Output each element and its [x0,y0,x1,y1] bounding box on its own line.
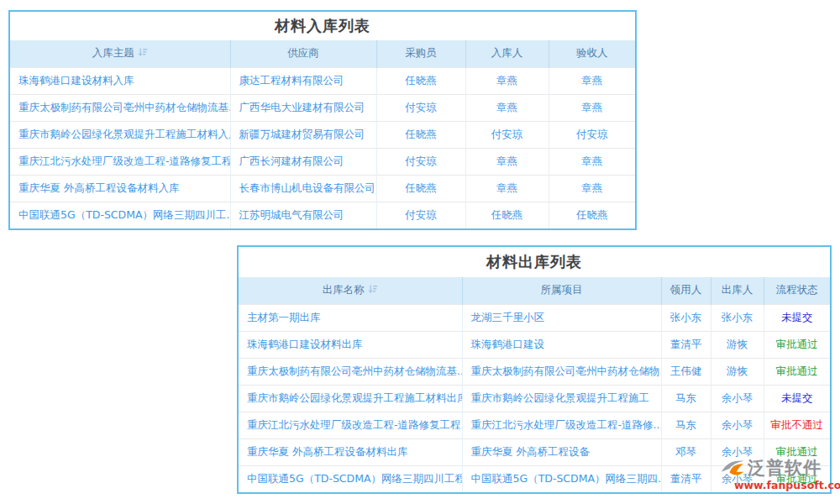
table-row: 珠海鹤港口建设材料出库 珠海鹤港口建设 董清平 游恢 审批通过 [239,331,830,358]
outbound-name-link[interactable]: 珠海鹤港口建设材料出库 [247,338,363,350]
column-header-label: 出库名称 [323,283,365,296]
inbound-list-panel: 材料入库列表 入库主题 供应商 采购员 入库人 验收人 珠海鹤港口建设材料入库 … [8,10,637,230]
inbound-header-row: 入库主题 供应商 采购员 入库人 验收人 [10,40,635,67]
purchaser-cell: 任晓燕 [376,121,465,148]
outbound-name-cell: 重庆江北污水处理厂级改造工程-道路修复工程... [239,412,462,438]
table-row: 中国联通5G（TD-SCDMA）网络三期四川工... 江苏明城电气有限公司 付安… [10,202,635,228]
receiver-cell: 章燕 [465,94,549,121]
project-cell: 重庆太极制药有限公司亳州中药材仓储物... [462,358,661,385]
recipient-cell: 董清平 [661,331,711,358]
outbound-name-link[interactable]: 主材第一期出库 [247,311,321,323]
outbound-name-cell: 中国联通5G（TD-SCDMA）网络三期四川工程... [239,465,462,492]
column-header-recipient: 领用人 [661,277,711,304]
purchaser-cell: 付安琼 [376,148,465,175]
issuer-cell: 张小东 [711,304,764,331]
inbound-subject-cell: 重庆太极制药有限公司亳州中药材仓储物流基... [10,94,230,121]
inspector-cell: 章燕 [549,94,635,121]
purchaser-cell: 任晓燕 [376,67,465,94]
inbound-subject-cell: 重庆华夏 外高桥工程设备材料入库 [10,175,230,202]
inbound-table-title: 材料入库列表 [10,12,635,40]
inbound-subject-link[interactable]: 珠海鹤港口建设材料入库 [18,74,134,87]
column-header-inspector: 验收人 [549,40,635,67]
status-badge: 审批通过 [764,358,830,385]
outbound-name-link[interactable]: 中国联通5G（TD-SCDMA）网络三期四川工程... [247,472,462,485]
outbound-header-row: 出库名称 所属项目 领用人 出库人 流程状态 [239,277,830,304]
table-row: 重庆华夏 外高桥工程设备材料入库 长春市博山机电设备有限公司 任晓燕 章燕 章燕 [10,175,635,202]
outbound-name-link[interactable]: 重庆太极制药有限公司亳州中药材仓储物流基... [247,365,462,377]
receiver-cell: 章燕 [465,148,549,175]
column-header-purchaser: 采购员 [376,40,465,67]
fanpusoft-watermark: 泛普软件 www.fanpusoft.com [721,457,838,491]
column-header-status: 流程状态 [764,277,830,304]
inbound-subject-cell: 重庆市鹅岭公园绿化景观提升工程施工材料入库 [10,121,230,148]
column-header-inbound-subject[interactable]: 入库主题 [10,40,230,67]
recipient-cell: 邓琴 [661,438,711,465]
supplier-cell: 广西华电大业建材有限公司 [230,94,376,121]
sort-icon[interactable] [138,47,148,57]
receiver-cell: 任晓燕 [465,202,549,228]
inbound-table-body: 珠海鹤港口建设材料入库 康达工程材料有限公司 任晓燕 章燕 章燕 重庆太极制药有… [10,67,635,228]
issuer-cell: 游恢 [711,331,764,358]
purchaser-cell: 任晓燕 [376,175,465,202]
inspector-cell: 章燕 [549,175,635,202]
outbound-name-link[interactable]: 重庆江北污水处理厂级改造工程-道路修复工程... [247,418,462,431]
project-cell: 重庆华夏 外高桥工程设备 [462,438,661,465]
watermark-brand-text: 泛普软件 [748,459,822,477]
table-row: 重庆太极制药有限公司亳州中药材仓储物流基... 重庆太极制药有限公司亳州中药材仓… [239,358,830,385]
inbound-subject-link[interactable]: 重庆华夏 外高桥工程设备材料入库 [18,181,179,194]
outbound-name-cell: 重庆太极制药有限公司亳州中药材仓储物流基... [239,358,462,385]
purchaser-cell: 付安琼 [376,94,465,121]
table-row: 重庆江北污水处理厂级改造工程-道路修复工程... 广西长河建材有限公司 付安琼 … [10,148,635,175]
inspector-cell: 章燕 [549,148,635,175]
outbound-name-link[interactable]: 重庆市鹅岭公园绿化景观提升工程施工材料出库 [247,391,462,404]
outbound-name-cell: 重庆市鹅岭公园绿化景观提升工程施工材料出库 [239,385,462,412]
inbound-subject-cell: 中国联通5G（TD-SCDMA）网络三期四川工... [10,202,230,228]
inbound-table: 入库主题 供应商 采购员 入库人 验收人 珠海鹤港口建设材料入库 康达工程材料有… [10,40,635,228]
column-header-label: 入库主题 [92,46,134,59]
outbound-name-link[interactable]: 重庆华夏 外高桥工程设备材料出库 [247,445,407,458]
column-header-supplier: 供应商 [230,40,376,67]
outbound-name-cell: 重庆华夏 外高桥工程设备材料出库 [239,438,462,465]
project-cell: 龙湖三千里小区 [462,304,661,331]
receiver-cell: 章燕 [465,67,549,94]
inspector-cell: 付安琼 [549,121,635,148]
outbound-name-cell: 主材第一期出库 [239,304,462,331]
inbound-subject-link[interactable]: 重庆太极制药有限公司亳州中药材仓储物流基... [18,101,230,113]
column-header-issuer: 出库人 [711,277,764,304]
supplier-cell: 康达工程材料有限公司 [230,67,376,94]
column-header-receiver: 入库人 [465,40,549,67]
table-row: 重庆江北污水处理厂级改造工程-道路修复工程... 重庆江北污水处理厂级改造工程-… [239,412,830,438]
inspector-cell: 章燕 [549,67,635,94]
recipient-cell: 王伟健 [661,358,711,385]
status-badge: 审批不通过 [764,412,830,438]
status-badge: 未提交 [764,385,830,412]
receiver-cell: 付安琼 [465,121,549,148]
status-badge: 未提交 [764,304,830,331]
table-row: 重庆太极制药有限公司亳州中药材仓储物流基... 广西华电大业建材有限公司 付安琼… [10,94,635,121]
column-header-outbound-name[interactable]: 出库名称 [239,277,462,304]
recipient-cell: 张小东 [661,304,711,331]
project-cell: 珠海鹤港口建设 [462,331,661,358]
receiver-cell: 章燕 [465,175,549,202]
watermark-url: www.fanpusoft.com [734,480,838,491]
table-row: 珠海鹤港口建设材料入库 康达工程材料有限公司 任晓燕 章燕 章燕 [10,67,635,94]
table-row: 主材第一期出库 龙湖三千里小区 张小东 张小东 未提交 [239,304,830,331]
supplier-cell: 长春市博山机电设备有限公司 [230,175,376,202]
fanpusoft-logo-icon [721,457,746,479]
project-cell: 重庆江北污水处理厂级改造工程-道路修... [462,412,661,438]
recipient-cell: 马东 [661,385,711,412]
supplier-cell: 广西长河建材有限公司 [230,148,376,175]
inspector-cell: 任晓燕 [549,202,635,228]
table-row: 重庆市鹅岭公园绿化景观提升工程施工材料入库 新疆万城建材贸易有限公司 任晓燕 付… [10,121,635,148]
project-cell: 中国联通5G（TD-SCDMA）网络三期四... [462,465,661,492]
issuer-cell: 游恢 [711,358,764,385]
inbound-subject-link[interactable]: 重庆市鹅岭公园绿化景观提升工程施工材料入库 [18,128,230,140]
issuer-cell: 余小琴 [711,385,764,412]
purchaser-cell: 付安琼 [376,202,465,228]
sort-icon[interactable] [368,284,378,294]
supplier-cell: 新疆万城建材贸易有限公司 [230,121,376,148]
column-header-project: 所属项目 [462,277,661,304]
inbound-subject-link[interactable]: 中国联通5G（TD-SCDMA）网络三期四川工... [18,208,230,221]
inbound-subject-cell: 重庆江北污水处理厂级改造工程-道路修复工程... [10,148,230,175]
inbound-subject-link[interactable]: 重庆江北污水处理厂级改造工程-道路修复工程... [18,155,230,167]
